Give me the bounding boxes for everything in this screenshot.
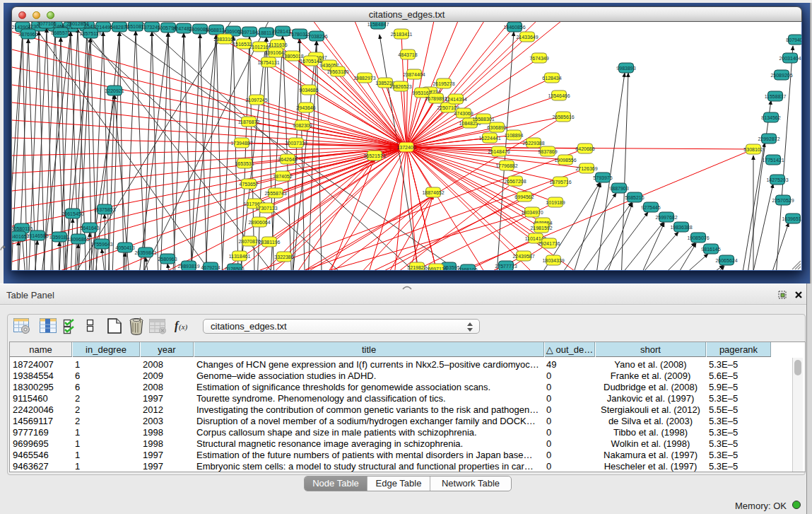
svg-text:25997682: 25997682 (655, 215, 677, 220)
svg-text:18096865: 18096865 (67, 237, 89, 242)
svg-text:22439587: 22439587 (512, 254, 534, 259)
svg-text:18795716: 18795716 (549, 180, 571, 185)
svg-text:4753657: 4753657 (239, 182, 258, 187)
svg-text:26521573: 26521573 (363, 153, 385, 158)
svg-text:5685216: 5685216 (625, 195, 644, 200)
svg-text:7674349: 7674349 (529, 56, 548, 61)
svg-text:1108894: 1108894 (505, 133, 524, 138)
svg-text:4843718: 4843718 (398, 52, 417, 57)
svg-text:23833160: 23833160 (213, 37, 235, 42)
svg-text:22570529: 22570529 (772, 198, 794, 203)
svg-text:25229388: 25229388 (522, 141, 544, 146)
svg-text:16705148: 16705148 (300, 59, 322, 64)
svg-text:22507109: 22507109 (437, 105, 459, 110)
svg-text:18754131: 18754131 (257, 60, 279, 65)
svg-text:26585616: 26585616 (552, 115, 574, 119)
svg-text:26359841: 26359841 (134, 250, 156, 255)
svg-text:5219822: 5219822 (407, 265, 426, 270)
svg-text:23874404: 23874404 (403, 72, 425, 77)
svg-text:17394887: 17394887 (230, 141, 252, 146)
svg-text:8079409: 8079409 (786, 37, 801, 42)
svg-text:2580963: 2580963 (158, 257, 177, 262)
svg-text:19098556: 19098556 (554, 158, 576, 163)
svg-text:18034970: 18034970 (521, 210, 543, 215)
svg-text:28012854: 28012854 (66, 22, 88, 26)
svg-text:9275445: 9275445 (641, 205, 660, 210)
svg-text:9034686: 9034686 (299, 88, 318, 93)
svg-text:3642648: 3642648 (278, 157, 297, 162)
svg-text:19836388: 19836388 (670, 225, 692, 230)
svg-text:8685577: 8685577 (51, 30, 70, 35)
svg-text:29882973: 29882973 (353, 76, 375, 81)
svg-text:26195278: 26195278 (433, 81, 454, 86)
svg-text:6420686: 6420686 (575, 146, 594, 151)
svg-text:26567208: 26567208 (504, 179, 526, 184)
svg-text:4050413: 4050413 (115, 245, 134, 250)
svg-text:27126369: 27126369 (575, 166, 597, 171)
svg-text:20031404: 20031404 (779, 56, 801, 61)
svg-text:8359183: 8359183 (49, 235, 69, 240)
svg-text:5641643: 5641643 (80, 226, 99, 230)
svg-text:15375853: 15375853 (93, 207, 115, 212)
svg-text:21097245: 21097245 (245, 98, 267, 103)
svg-text:13546466: 13546466 (548, 93, 570, 98)
svg-text:9837869: 9837869 (538, 149, 557, 154)
svg-text:17751421: 17751421 (762, 158, 784, 163)
svg-text:26789893: 26789893 (425, 96, 447, 101)
svg-text:16224441: 16224441 (478, 136, 500, 141)
svg-text:13805018: 13805018 (281, 54, 303, 59)
svg-text:6128434: 6128434 (542, 76, 561, 81)
svg-text:8134562: 8134562 (761, 115, 780, 120)
svg-text:4743069: 4743069 (454, 111, 473, 116)
svg-text:2943646: 2943646 (296, 105, 315, 110)
svg-text:2077105: 2077105 (37, 22, 56, 26)
svg-text:3874052: 3874052 (273, 174, 292, 179)
svg-text:11584847: 11584847 (367, 22, 389, 27)
svg-text:29241736: 29241736 (538, 241, 560, 246)
svg-text:25183411: 25183411 (391, 32, 413, 37)
svg-text:17796882: 17796882 (495, 163, 517, 168)
svg-text:12414394: 12414394 (445, 97, 466, 102)
svg-text:4679214: 4679214 (201, 265, 220, 270)
svg-text:6994562: 6994562 (514, 194, 534, 199)
svg-text:19085076: 19085076 (687, 235, 709, 240)
svg-text:19563180: 19563180 (326, 69, 348, 74)
svg-text:21433649: 21433649 (516, 35, 538, 40)
svg-text:1372400: 1372400 (396, 145, 416, 150)
svg-text:6368105: 6368105 (458, 267, 477, 271)
svg-text:26065624: 26065624 (715, 258, 737, 263)
svg-text:6306893: 6306893 (487, 125, 506, 130)
svg-text:25148476: 25148476 (488, 149, 510, 154)
svg-text:2876966: 2876966 (18, 32, 37, 37)
svg-text:25558743: 25558743 (264, 191, 286, 196)
svg-text:28381196: 28381196 (259, 240, 281, 245)
svg-text:3220921: 3220921 (105, 88, 124, 93)
svg-text:18874652: 18874652 (422, 190, 444, 195)
svg-text:17307133: 17307133 (255, 206, 277, 211)
svg-text:5793975: 5793975 (593, 175, 612, 180)
svg-text:18034339: 18034339 (542, 258, 564, 263)
svg-text:17559643: 17559643 (90, 242, 112, 247)
svg-text:26697139: 26697139 (425, 267, 447, 271)
svg-text:21981592: 21981592 (530, 226, 552, 230)
svg-text:29893819: 29893819 (177, 264, 199, 269)
svg-text:15588301: 15588301 (472, 117, 494, 122)
svg-text:27577773: 27577773 (495, 264, 517, 269)
svg-text:23826523: 23826523 (389, 84, 411, 89)
svg-text:25089205: 25089205 (770, 73, 792, 78)
svg-text:6128503: 6128503 (225, 267, 244, 271)
svg-text:1653531: 1653531 (235, 161, 254, 166)
svg-text:14460856: 14460856 (503, 25, 525, 30)
svg-text:27038236: 27038236 (305, 34, 327, 39)
svg-text:11876872: 11876872 (238, 119, 260, 124)
svg-text:22992872: 22992872 (758, 136, 779, 141)
svg-text:9983893: 9983893 (616, 66, 635, 71)
svg-text:3322386: 3322386 (274, 255, 293, 259)
svg-text:28906064: 28906064 (248, 220, 270, 225)
svg-text:11558837: 11558837 (765, 94, 787, 99)
svg-text:28070870: 28070870 (238, 239, 260, 244)
svg-text:11318461: 11318461 (229, 254, 251, 259)
svg-text:9887903: 9887903 (609, 186, 628, 191)
svg-text:3131636: 3131636 (268, 42, 287, 47)
svg-text:9953167: 9953167 (412, 90, 431, 95)
